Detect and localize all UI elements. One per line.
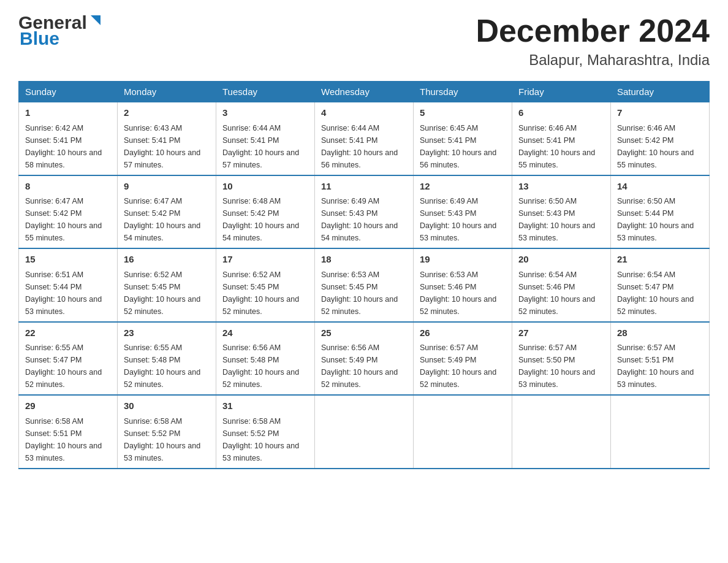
day-number: 9	[124, 180, 210, 194]
header-cell-friday: Friday	[512, 82, 611, 102]
day-number: 8	[25, 180, 111, 194]
day-info: Sunrise: 6:46 AMSunset: 5:42 PMDaylight:…	[617, 124, 694, 169]
calendar-cell: 20Sunrise: 6:54 AMSunset: 5:46 PMDayligh…	[512, 248, 611, 322]
calendar-cell: 15Sunrise: 6:51 AMSunset: 5:44 PMDayligh…	[19, 248, 118, 322]
day-info: Sunrise: 6:49 AMSunset: 5:43 PMDaylight:…	[321, 197, 398, 242]
day-info: Sunrise: 6:52 AMSunset: 5:45 PMDaylight:…	[124, 270, 200, 316]
calendar-cell: 16Sunrise: 6:52 AMSunset: 5:45 PMDayligh…	[118, 248, 216, 322]
day-number: 25	[321, 326, 407, 340]
day-info: Sunrise: 6:48 AMSunset: 5:42 PMDaylight:…	[222, 197, 299, 242]
calendar-cell: 7Sunrise: 6:46 AMSunset: 5:42 PMDaylight…	[611, 102, 710, 175]
day-number: 24	[222, 326, 308, 340]
day-number: 1	[25, 106, 111, 120]
day-info: Sunrise: 6:43 AMSunset: 5:41 PMDaylight:…	[124, 124, 200, 169]
day-number: 16	[124, 253, 210, 267]
day-number: 11	[321, 180, 407, 194]
day-info: Sunrise: 6:56 AMSunset: 5:49 PMDaylight:…	[321, 343, 398, 389]
calendar-cell: 26Sunrise: 6:57 AMSunset: 5:49 PMDayligh…	[414, 322, 512, 396]
calendar-cell	[315, 395, 414, 469]
day-number: 19	[420, 253, 506, 267]
day-info: Sunrise: 6:52 AMSunset: 5:45 PMDaylight:…	[222, 270, 299, 316]
calendar-cell: 2Sunrise: 6:43 AMSunset: 5:41 PMDaylight…	[118, 102, 216, 175]
day-number: 30	[124, 399, 210, 413]
day-info: Sunrise: 6:56 AMSunset: 5:48 PMDaylight:…	[222, 343, 299, 389]
calendar-title: December 2024	[476, 12, 710, 49]
day-number: 29	[25, 399, 111, 413]
day-number: 18	[321, 253, 407, 267]
calendar-cell: 3Sunrise: 6:44 AMSunset: 5:41 PMDaylight…	[216, 102, 315, 175]
calendar-cell: 24Sunrise: 6:56 AMSunset: 5:48 PMDayligh…	[216, 322, 315, 396]
day-number: 3	[222, 106, 308, 120]
day-number: 12	[420, 180, 506, 194]
day-info: Sunrise: 6:50 AMSunset: 5:44 PMDaylight:…	[617, 197, 694, 242]
day-info: Sunrise: 6:47 AMSunset: 5:42 PMDaylight:…	[124, 197, 200, 242]
calendar-week-row: 22Sunrise: 6:55 AMSunset: 5:47 PMDayligh…	[19, 322, 710, 396]
calendar-cell: 21Sunrise: 6:54 AMSunset: 5:47 PMDayligh…	[611, 248, 710, 322]
title-block: December 2024 Balapur, Maharashtra, Indi…	[476, 12, 710, 69]
calendar-cell: 19Sunrise: 6:53 AMSunset: 5:46 PMDayligh…	[414, 248, 512, 322]
day-number: 6	[518, 106, 604, 120]
calendar-cell: 13Sunrise: 6:50 AMSunset: 5:43 PMDayligh…	[512, 175, 611, 249]
logo-blue-text: Blue	[20, 28, 59, 49]
day-number: 17	[222, 253, 308, 267]
day-info: Sunrise: 6:57 AMSunset: 5:49 PMDaylight:…	[420, 343, 496, 389]
calendar-cell: 17Sunrise: 6:52 AMSunset: 5:45 PMDayligh…	[216, 248, 315, 322]
day-number: 5	[420, 106, 506, 120]
calendar-cell: 31Sunrise: 6:58 AMSunset: 5:52 PMDayligh…	[216, 395, 315, 469]
logo: General Blue	[18, 12, 100, 49]
calendar-cell: 23Sunrise: 6:55 AMSunset: 5:48 PMDayligh…	[118, 322, 216, 396]
calendar-cell: 12Sunrise: 6:49 AMSunset: 5:43 PMDayligh…	[414, 175, 512, 249]
calendar-cell: 14Sunrise: 6:50 AMSunset: 5:44 PMDayligh…	[611, 175, 710, 249]
day-info: Sunrise: 6:50 AMSunset: 5:43 PMDaylight:…	[518, 197, 595, 242]
calendar-cell: 4Sunrise: 6:44 AMSunset: 5:41 PMDaylight…	[315, 102, 414, 175]
calendar-subtitle: Balapur, Maharashtra, India	[476, 52, 710, 69]
calendar-cell	[512, 395, 611, 469]
calendar-week-row: 15Sunrise: 6:51 AMSunset: 5:44 PMDayligh…	[19, 248, 710, 322]
day-number: 31	[222, 399, 308, 413]
header-cell-saturday: Saturday	[611, 82, 710, 102]
day-number: 15	[25, 253, 111, 267]
day-number: 27	[518, 326, 604, 340]
day-info: Sunrise: 6:55 AMSunset: 5:48 PMDaylight:…	[124, 343, 200, 389]
day-number: 22	[25, 326, 111, 340]
header-row: SundayMondayTuesdayWednesdayThursdayFrid…	[19, 82, 710, 102]
calendar-cell: 11Sunrise: 6:49 AMSunset: 5:43 PMDayligh…	[315, 175, 414, 249]
day-info: Sunrise: 6:44 AMSunset: 5:41 PMDaylight:…	[222, 124, 299, 169]
day-number: 14	[617, 180, 703, 194]
header-cell-monday: Monday	[118, 82, 216, 102]
day-info: Sunrise: 6:49 AMSunset: 5:43 PMDaylight:…	[420, 197, 496, 242]
day-number: 7	[617, 106, 703, 120]
day-info: Sunrise: 6:54 AMSunset: 5:47 PMDaylight:…	[617, 270, 694, 316]
day-info: Sunrise: 6:54 AMSunset: 5:46 PMDaylight:…	[518, 270, 595, 316]
calendar-cell	[414, 395, 512, 469]
day-info: Sunrise: 6:44 AMSunset: 5:41 PMDaylight:…	[321, 124, 398, 169]
day-number: 26	[420, 326, 506, 340]
header-cell-tuesday: Tuesday	[216, 82, 315, 102]
header-cell-wednesday: Wednesday	[315, 82, 414, 102]
calendar-cell: 27Sunrise: 6:57 AMSunset: 5:50 PMDayligh…	[512, 322, 611, 396]
calendar-cell: 29Sunrise: 6:58 AMSunset: 5:51 PMDayligh…	[19, 395, 118, 469]
calendar-cell: 6Sunrise: 6:46 AMSunset: 5:41 PMDaylight…	[512, 102, 611, 175]
day-info: Sunrise: 6:58 AMSunset: 5:52 PMDaylight:…	[222, 417, 299, 462]
calendar-cell: 30Sunrise: 6:58 AMSunset: 5:52 PMDayligh…	[118, 395, 216, 469]
logo-arrow-icon	[88, 15, 100, 28]
day-number: 28	[617, 326, 703, 340]
calendar-cell	[611, 395, 710, 469]
day-info: Sunrise: 6:53 AMSunset: 5:45 PMDaylight:…	[321, 270, 398, 316]
day-info: Sunrise: 6:47 AMSunset: 5:42 PMDaylight:…	[25, 197, 102, 242]
calendar-cell: 1Sunrise: 6:42 AMSunset: 5:41 PMDaylight…	[19, 102, 118, 175]
calendar-cell: 10Sunrise: 6:48 AMSunset: 5:42 PMDayligh…	[216, 175, 315, 249]
calendar-cell: 8Sunrise: 6:47 AMSunset: 5:42 PMDaylight…	[19, 175, 118, 249]
calendar-cell: 22Sunrise: 6:55 AMSunset: 5:47 PMDayligh…	[19, 322, 118, 396]
calendar-cell: 28Sunrise: 6:57 AMSunset: 5:51 PMDayligh…	[611, 322, 710, 396]
day-number: 23	[124, 326, 210, 340]
header-cell-thursday: Thursday	[414, 82, 512, 102]
day-info: Sunrise: 6:57 AMSunset: 5:51 PMDaylight:…	[617, 343, 694, 389]
calendar-cell: 18Sunrise: 6:53 AMSunset: 5:45 PMDayligh…	[315, 248, 414, 322]
calendar-table: SundayMondayTuesdayWednesdayThursdayFrid…	[18, 81, 710, 469]
day-number: 13	[518, 180, 604, 194]
calendar-week-row: 29Sunrise: 6:58 AMSunset: 5:51 PMDayligh…	[19, 395, 710, 469]
day-info: Sunrise: 6:45 AMSunset: 5:41 PMDaylight:…	[420, 124, 496, 169]
calendar-week-row: 1Sunrise: 6:42 AMSunset: 5:41 PMDaylight…	[19, 102, 710, 175]
calendar-cell: 25Sunrise: 6:56 AMSunset: 5:49 PMDayligh…	[315, 322, 414, 396]
